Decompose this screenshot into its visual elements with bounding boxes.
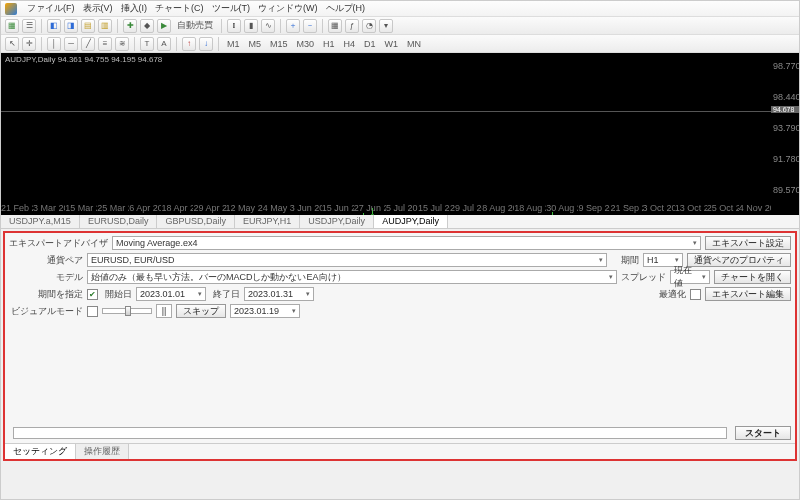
autotrade-label: 自動売買 — [174, 19, 216, 32]
expert-settings-button[interactable]: エキスパート設定 — [705, 236, 791, 250]
ylabel: 98.440 — [773, 92, 797, 102]
expert-advisor-combo[interactable]: Moving Average.ex4 — [112, 236, 701, 250]
visual-mode-checkbox[interactable] — [87, 306, 98, 317]
terminal-icon[interactable]: ▤ — [81, 19, 95, 33]
navigator-icon[interactable]: ◨ — [64, 19, 78, 33]
ylabel: 91.780 — [773, 154, 797, 164]
pair-properties-button[interactable]: 通貨ペアのプロパティ — [687, 253, 791, 267]
cursor-icon[interactable]: ↖ — [5, 37, 19, 51]
arrow-down-icon[interactable]: ↓ — [199, 37, 213, 51]
menu-help[interactable]: ヘルプ(H) — [326, 2, 366, 15]
text-icon[interactable]: T — [140, 37, 154, 51]
chart-tabs: USDJPY.a,M15 EURUSD,Daily GBPUSD,Daily E… — [1, 215, 799, 229]
arrow-up-icon[interactable]: ↑ — [182, 37, 196, 51]
line-chart-icon[interactable]: ∿ — [261, 19, 275, 33]
daterange-label: 期間を指定 — [9, 288, 83, 301]
strategy-tester-panel: エキスパートアドバイザ Moving Average.ex4 エキスパート設定 … — [3, 231, 797, 461]
daterange-checkbox[interactable]: ✔ — [87, 289, 98, 300]
zoom-in-icon[interactable]: ＋ — [286, 19, 300, 33]
tf-w1[interactable]: W1 — [382, 39, 402, 49]
menu-view[interactable]: 表示(V) — [83, 2, 113, 15]
start-button[interactable]: スタート — [735, 426, 791, 440]
candle-chart-icon[interactable]: ▮ — [244, 19, 258, 33]
candles-canvas — [1, 61, 771, 203]
menu-chart[interactable]: チャート(C) — [155, 2, 204, 15]
tf-d1[interactable]: D1 — [361, 39, 379, 49]
ylabel: 89.570 — [773, 185, 797, 195]
bar-chart-icon[interactable]: ⫿ — [227, 19, 241, 33]
tile-icon[interactable]: ▦ — [328, 19, 342, 33]
app-logo-icon — [5, 3, 17, 15]
tf-h1[interactable]: H1 — [320, 39, 338, 49]
skip-button[interactable]: スキップ — [176, 304, 226, 318]
progress-bar — [13, 427, 727, 439]
chart-tab[interactable]: EURJPY,H1 — [235, 215, 300, 228]
pair-label: 通貨ペア — [9, 254, 83, 267]
hline-icon[interactable]: ─ — [64, 37, 78, 51]
chart-tab[interactable]: USDJPY,Daily — [300, 215, 374, 228]
visual-label: ビジュアルモード — [9, 305, 83, 318]
tf-m5[interactable]: M5 — [246, 39, 265, 49]
tf-h4[interactable]: H4 — [341, 39, 359, 49]
model-combo[interactable]: 始値のみ（最も早い方法。バーのMACDしか動かないEA向け） — [87, 270, 617, 284]
menu-insert[interactable]: 挿入(I) — [121, 2, 148, 15]
price-line — [1, 111, 771, 112]
x-axis: 21 Feb 20223 Mar 202215 Mar 202225 Mar 2… — [1, 203, 771, 215]
tf-m30[interactable]: M30 — [294, 39, 318, 49]
open-chart-button[interactable]: チャートを開く — [714, 270, 791, 284]
fibo-icon[interactable]: ≋ — [115, 37, 129, 51]
chart-panel[interactable]: AUDJPY,Daily 94.361 94.755 94.195 94.678… — [1, 53, 799, 215]
tf-m15[interactable]: M15 — [267, 39, 291, 49]
chart-tab[interactable]: USDJPY.a,M15 — [1, 215, 80, 228]
tf-m1[interactable]: M1 — [224, 39, 243, 49]
autotrade-toggle[interactable]: ▶ — [157, 19, 171, 33]
trendline-icon[interactable]: ╱ — [81, 37, 95, 51]
chart-tab-active[interactable]: AUDJPY,Daily — [374, 215, 448, 228]
vline-icon[interactable]: │ — [47, 37, 61, 51]
crosshair-icon[interactable]: ✛ — [22, 37, 36, 51]
channel-icon[interactable]: ≡ — [98, 37, 112, 51]
new-order-icon[interactable]: ✚ — [123, 19, 137, 33]
ylabel: 98.770 — [773, 61, 797, 71]
chart-title: AUDJPY,Daily 94.361 94.755 94.195 94.678 — [5, 55, 162, 64]
from-date-input[interactable]: 2023.01.01 — [136, 287, 206, 301]
menu-window[interactable]: ウィンドウ(W) — [258, 2, 318, 15]
profiles-icon[interactable]: ☰ — [22, 19, 36, 33]
model-label: モデル — [9, 271, 83, 284]
periods-icon[interactable]: ◔ — [362, 19, 376, 33]
tester-tab-settings[interactable]: セッティング — [5, 444, 76, 459]
menu-tools[interactable]: ツール(T) — [212, 2, 251, 15]
optimize-checkbox[interactable] — [690, 289, 701, 300]
new-chart-icon[interactable]: ▦ — [5, 19, 19, 33]
toolbar-draw: ↖ ✛ │ ─ ╱ ≡ ≋ T A ↑ ↓ M1 M5 M15 M30 H1 H… — [1, 35, 799, 53]
tf-mn[interactable]: MN — [404, 39, 424, 49]
expert-edit-button[interactable]: エキスパート編集 — [705, 287, 791, 301]
toolbar-main: ▦ ☰ ◧ ◨ ▤ ▥ ✚ ◆ ▶ 自動売買 ⫿ ▮ ∿ ＋ － ▦ ƒ ◔ ▾ — [1, 17, 799, 35]
chart-tab[interactable]: GBPUSD,Daily — [157, 215, 235, 228]
symbol-combo[interactable]: EURUSD, EUR/USD — [87, 253, 607, 267]
tester-tab-journal[interactable]: 操作履歴 — [76, 444, 129, 459]
metaquotes-icon[interactable]: ◆ — [140, 19, 154, 33]
ylabel: 93.790 — [773, 123, 797, 133]
spread-label: スプレッド — [621, 271, 666, 284]
optimize-label: 最適化 — [626, 288, 686, 301]
market-watch-icon[interactable]: ◧ — [47, 19, 61, 33]
period-label: 期間 — [611, 254, 639, 267]
speed-value: || — [156, 304, 172, 318]
zoom-out-icon[interactable]: － — [303, 19, 317, 33]
tester-icon[interactable]: ▥ — [98, 19, 112, 33]
templates-icon[interactable]: ▾ — [379, 19, 393, 33]
from-label: 開始日 — [102, 288, 132, 301]
indicators-icon[interactable]: ƒ — [345, 19, 359, 33]
menu-file[interactable]: ファイル(F) — [27, 2, 75, 15]
label-icon[interactable]: A — [157, 37, 171, 51]
chart-tab[interactable]: EURUSD,Daily — [80, 215, 158, 228]
to-date-input[interactable]: 2023.01.31 — [244, 287, 314, 301]
tester-tabs: セッティング 操作履歴 — [5, 443, 795, 459]
to-label: 終了日 — [210, 288, 240, 301]
speed-slider[interactable] — [102, 308, 152, 314]
skip-date-input[interactable]: 2023.01.19 — [230, 304, 300, 318]
y-axis: 98.770 98.440 93.790 91.780 89.570 — [771, 53, 799, 203]
spread-combo[interactable]: 現在値 — [670, 270, 710, 284]
expert-label: エキスパートアドバイザ — [9, 237, 108, 250]
